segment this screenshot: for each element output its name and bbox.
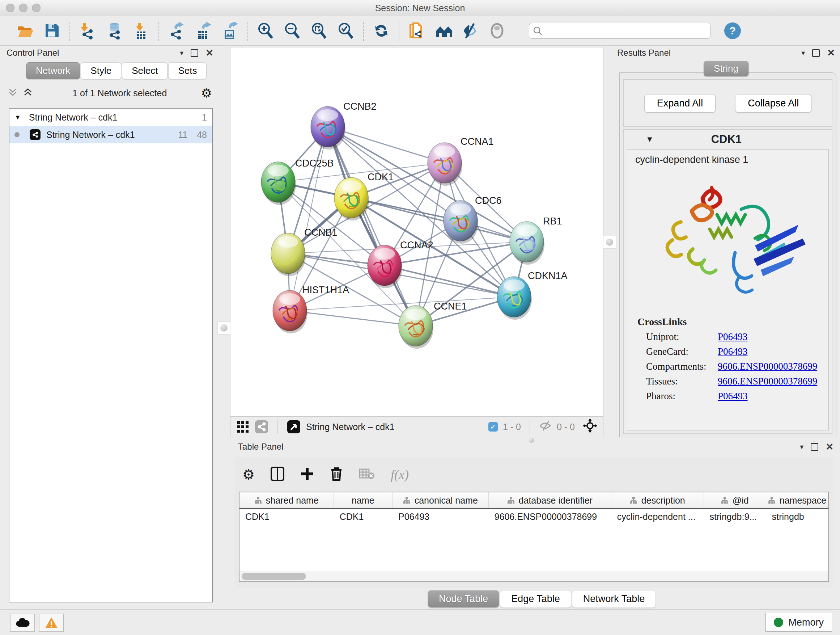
export-table-icon[interactable] [195,22,212,40]
import-network-icon[interactable] [79,22,96,40]
crosslink-link[interactable]: P06493 [718,346,748,357]
zoom-selected-icon[interactable] [337,22,355,40]
crosslink-link[interactable]: P06493 [718,331,748,342]
close-results-icon[interactable]: ✕ [827,48,835,59]
collapse-all-button[interactable]: Collapse All [735,94,812,112]
expand-all-networks-icon[interactable] [23,88,33,98]
apply-layout-icon[interactable] [373,22,390,40]
export-network-icon[interactable] [168,22,185,40]
network-row[interactable]: String Network – cdk1 11 48 [9,126,212,143]
float-panel-icon[interactable]: ▾ [180,49,183,57]
edge-CCNB2-CCNE1[interactable] [328,127,416,326]
edge-CCNB2-HIST1H1A[interactable] [290,127,328,310]
new-network-from-selection-icon[interactable] [408,22,425,40]
node-RB1[interactable]: RB1 [510,216,562,264]
edge-CCNE1-HIST1H1A[interactable] [290,310,416,326]
node-CCNE1[interactable]: CCNE1 [399,301,467,348]
string-view-icon[interactable] [254,418,269,435]
collection-disclosure-icon[interactable]: ▼ [14,114,21,121]
crosslink-link[interactable]: 9606.ENSP00000378699 [718,361,817,372]
open-session-icon[interactable] [17,22,34,40]
cell-canonical-name[interactable]: P06493 [393,511,489,522]
node-CDK1[interactable]: CDK1 [334,172,393,220]
tab-string[interactable]: String [704,61,748,76]
collapse-all-networks-icon[interactable] [8,88,17,98]
tab-network[interactable]: Network [26,62,80,79]
cell-name[interactable]: CDK1 [334,511,393,522]
tab-style[interactable]: Style [81,62,121,79]
delete-table-icon[interactable] [359,468,375,481]
gene-disclosure-icon[interactable]: ▼ [646,135,654,144]
network-collection-row[interactable]: ▼ String Network – cdk1 1 [9,109,212,126]
fit-content-icon[interactable] [583,418,597,435]
first-neighbors-icon[interactable] [435,22,452,40]
zoom-in-icon[interactable] [257,22,274,40]
birdseye-toggle-icon[interactable] [286,418,301,435]
network-edges[interactable] [278,127,527,326]
import-table-icon[interactable] [133,22,150,40]
table-row[interactable]: CDK1CDK1P064939606.ENSP00000378699cyclin… [240,509,829,524]
column-header-canonical-name[interactable]: canonical name [393,492,489,508]
float-table-icon[interactable]: ▾ [800,442,804,451]
table-options-gear-icon[interactable]: ⚙ [242,467,255,483]
close-panel-icon[interactable]: ✕ [205,48,213,59]
column-header-name[interactable]: name [334,492,393,508]
grid-view-icon[interactable] [236,418,249,435]
tab-network-table[interactable]: Network Table [572,590,656,608]
add-column-icon[interactable] [300,467,314,482]
tab-sets[interactable]: Sets [168,62,207,79]
cell-@id[interactable]: stringdb:9... [704,511,766,522]
maximize-panel-icon[interactable] [191,49,198,57]
memory-button[interactable]: Memory [766,613,832,632]
hide-selection-icon[interactable] [462,22,479,40]
column-header-shared-name[interactable]: shared name [240,492,334,508]
zoom-fit-icon[interactable] [310,22,328,40]
maximize-table-icon[interactable] [811,443,818,451]
tab-node-table[interactable]: Node Table [428,590,499,608]
column-header-database-identifier[interactable]: database identifier [489,492,611,508]
warnings-button[interactable] [39,614,64,632]
crosslink-link[interactable]: P06493 [718,391,748,402]
network-view-panel[interactable]: CCNB2CCNA1CDC25BCDK1CDC6RB1CCNB1CCNA2CDK… [230,47,603,437]
network-options-gear-icon[interactable]: ⚙ [201,86,212,100]
gene-section-header[interactable]: ▼ CDK1 [624,130,832,149]
scrollbar-thumb[interactable] [242,573,306,580]
column-header-description[interactable]: description [611,492,704,508]
cell-namespace[interactable]: stringdb [766,511,829,522]
search-box[interactable] [529,23,711,39]
node-CDC6[interactable]: CDC6 [444,195,502,244]
show-columns-icon[interactable] [271,467,284,483]
right-splitter-handle[interactable] [603,236,616,249]
help-button[interactable]: ? [724,22,741,39]
cloud-button[interactable] [10,614,35,632]
node-CCNB2[interactable]: CCNB2 [311,101,377,149]
cell-shared-name[interactable]: CDK1 [240,511,334,522]
export-image-icon[interactable] [221,22,239,40]
expand-all-button[interactable]: Expand All [644,94,716,112]
cell-database-identifier[interactable]: 9606.ENSP00000378699 [489,511,611,522]
left-splitter-handle[interactable] [218,321,231,334]
zoom-out-icon[interactable] [284,22,301,40]
table-horizontal-scrollbar[interactable] [240,571,829,581]
crosslink-link[interactable]: 9606.ENSP00000378699 [718,376,817,387]
float-results-icon[interactable]: ▾ [801,49,805,57]
tab-select[interactable]: Select [122,62,167,79]
node-label-CCNB1: CCNB1 [304,227,338,238]
function-builder-icon[interactable]: f(x) [391,467,409,482]
cell-description[interactable]: cyclin-dependent ... [611,511,704,522]
selected-checkbox-icon[interactable]: ✓ [488,422,498,432]
maximize-results-icon[interactable] [812,49,820,57]
collection-name: String Network – cdk1 [29,112,193,123]
show-all-icon[interactable] [488,22,506,40]
import-database-icon[interactable] [106,22,123,40]
save-session-icon[interactable] [43,22,61,40]
close-table-icon[interactable]: ✕ [826,441,834,453]
delete-column-icon[interactable] [330,466,343,483]
node-CDKN1A[interactable]: CDKN1A [497,271,568,320]
node-table[interactable]: shared namenamecanonical namedatabase id… [239,492,829,582]
tab-edge-table[interactable]: Edge Table [500,590,571,608]
column-header-namespace[interactable]: namespace [766,492,829,508]
network-canvas[interactable]: CCNB2CCNA1CDC25BCDK1CDC6RB1CCNB1CCNA2CDK… [231,48,603,416]
column-header-@id[interactable]: @id [704,492,766,508]
search-input[interactable] [542,25,706,36]
